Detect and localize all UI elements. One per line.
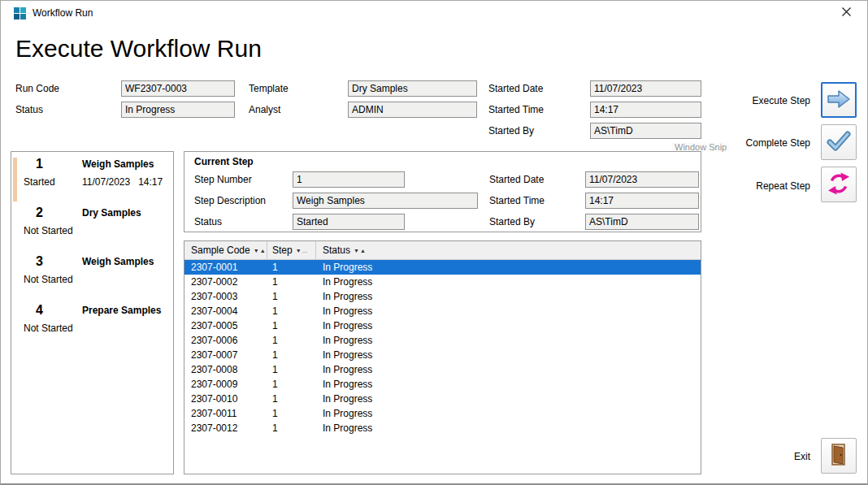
step-title: Prepare Samples [82,305,161,316]
sort-icons: ▼… [296,248,309,253]
execute-step-label: Execute Step [714,95,810,106]
cs-started-time-input[interactable] [585,193,699,209]
analyst-label: Analyst [249,104,280,115]
cell-step: 1 [267,276,316,288]
table-row[interactable]: 2307-00071In Progress [184,348,701,362]
window-title: Workflow Run [33,7,93,19]
cell-step: 1 [267,364,316,375]
step-number: 4 [36,303,43,318]
step-number: 2 [36,206,43,220]
cell-status: In Progress [316,276,701,288]
cell-status: In Progress [316,364,701,375]
table-row[interactable]: 2307-00081In Progress [184,362,701,377]
cell-sample_code: 2307-0006 [184,335,267,346]
cell-sample_code: 2307-0004 [184,305,267,317]
run-code-label: Run Code [15,83,59,94]
table-row[interactable]: 2307-00031In Progress [184,289,701,304]
table-row[interactable]: 2307-00021In Progress [184,275,701,289]
cell-sample_code: 2307-0012 [184,422,267,434]
cs-status-input[interactable] [293,214,405,230]
column-header-status[interactable]: Status▼▲ [316,241,701,259]
complete-step-label: Complete Step [714,137,810,149]
cell-status: In Progress [316,379,701,390]
step-item[interactable]: 1Weigh SamplesStarted11/07/2023 14:17 [11,156,173,205]
cell-step: 1 [267,291,316,302]
complete-step-button[interactable] [821,124,857,160]
repeat-step-label: Repeat Step [714,180,810,192]
page-title: Execute Workflow Run [15,35,262,63]
step-title: Dry Samples [82,207,141,219]
step-status: Not Started [24,323,73,334]
status-input[interactable] [121,102,235,118]
cell-status: In Progress [316,335,701,346]
table-row[interactable]: 2307-00091In Progress [184,377,701,392]
analyst-input[interactable] [348,102,477,118]
table-row[interactable]: 2307-00011In Progress [184,260,701,275]
cell-status: In Progress [316,262,701,273]
repeat-step-button[interactable] [821,167,857,202]
steps-list: 1Weigh SamplesStarted11/07/2023 14:172Dr… [11,156,173,351]
table-row[interactable]: 2307-00121In Progress [184,421,701,435]
current-step-group: Current Step Step Number Started Date St… [184,151,701,232]
cs-started-date-input[interactable] [585,171,699,188]
cell-step: 1 [267,379,316,390]
run-code-input[interactable] [121,80,235,97]
cell-status: In Progress [316,291,701,302]
step-status: Started [24,176,55,188]
table-row[interactable]: 2307-00051In Progress [184,318,701,333]
cell-step: 1 [267,335,316,346]
table-row[interactable]: 2307-00101In Progress [184,392,701,406]
exit-label: Exit [714,451,810,462]
samples-table-header: Sample Code▼▲Step▼…Status▼▲ [184,241,701,260]
cs-step-description-input[interactable] [293,193,478,209]
started-date-label: Started Date [488,83,543,94]
cell-step: 1 [267,349,316,361]
step-item[interactable]: 3Weigh SamplesNot Started [11,253,173,302]
cell-sample_code: 2307-0008 [184,364,267,375]
step-status: Not Started [24,274,73,285]
table-row[interactable]: 2307-00061In Progress [184,333,701,348]
started-time-input[interactable] [590,102,701,118]
column-header-step[interactable]: Step▼… [267,241,316,259]
cs-started-time-label: Started Time [489,195,545,206]
cell-status: In Progress [316,408,701,419]
step-item[interactable]: 4Prepare SamplesNot Started [11,302,173,351]
exit-button[interactable] [821,438,857,474]
cs-step-number-input[interactable] [293,171,405,188]
cell-status: In Progress [316,305,701,317]
column-label: Status [323,245,350,256]
execute-step-button[interactable] [821,82,857,118]
template-input[interactable] [348,80,477,97]
table-row[interactable]: 2307-00041In Progress [184,304,701,318]
steps-panel: 1Weigh SamplesStarted11/07/2023 14:172Dr… [11,151,174,474]
started-by-input[interactable] [590,123,701,139]
step-title: Weigh Samples [82,256,154,267]
current-step-group-title: Current Step [194,156,254,167]
cell-sample_code: 2307-0002 [184,276,267,288]
cell-sample_code: 2307-0009 [184,379,267,390]
column-label: Sample Code [191,245,250,256]
cell-step: 1 [267,262,316,273]
samples-table-body: 2307-00011In Progress2307-00021In Progre… [184,260,701,474]
table-row[interactable]: 2307-00111In Progress [184,406,701,421]
cell-status: In Progress [316,422,701,434]
cs-started-date-label: Started Date [489,174,544,185]
cs-step-description-label: Step Description [194,195,266,206]
cs-started-by-input[interactable] [585,214,699,230]
exit-door-icon [827,443,850,470]
cs-status-label: Status [194,216,222,227]
cell-step: 1 [267,320,316,331]
close-icon [841,6,852,19]
started-by-label: Started By [488,125,534,136]
step-item[interactable]: 2Dry SamplesNot Started [11,205,173,253]
cell-sample_code: 2307-0007 [184,349,267,361]
cell-step: 1 [267,422,316,434]
titlebar[interactable]: Workflow Run [1,1,867,25]
started-time-label: Started Time [488,104,544,115]
workflow-run-window: Workflow Run Execute Workflow Run Run Co… [0,0,868,485]
column-header-sample_code[interactable]: Sample Code▼▲ [184,241,267,259]
cell-sample_code: 2307-0003 [184,291,267,302]
started-date-input[interactable] [590,80,701,97]
close-button[interactable] [831,2,861,24]
cell-sample_code: 2307-0005 [184,320,267,331]
